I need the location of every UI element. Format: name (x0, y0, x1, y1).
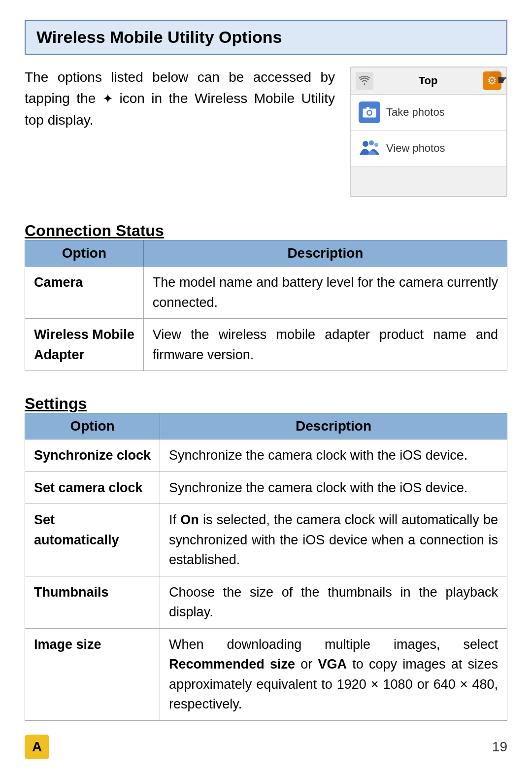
intro-section: The options listed below can be accessed… (25, 67, 507, 197)
hand-cursor-icon: ☛ (497, 72, 507, 88)
image-size-option: Image size (25, 628, 160, 720)
thumbnails-description: Choose the size of the thumbnails in the… (160, 576, 507, 628)
connection-status-title: Connection Status (25, 222, 507, 240)
settings-table: Option Description Synchronize clock Syn… (25, 413, 507, 721)
sync-clock-description: Synchronize the camera clock with the iO… (160, 439, 507, 472)
svg-point-2 (368, 111, 371, 115)
camera-description: The model name and battery level for the… (143, 267, 507, 319)
set-auto-bold: On (180, 512, 199, 527)
table-row: Camera The model name and battery level … (25, 267, 507, 319)
thumbnails-option: Thumbnails (25, 576, 160, 628)
view-photos-icon (359, 137, 380, 159)
intro-paragraph: The options listed below can be accessed… (25, 67, 335, 131)
view-photos-label: View photos (386, 142, 445, 155)
sync-clock-option: Synchronize clock (25, 439, 160, 472)
svg-rect-3 (366, 107, 369, 109)
settings-description-header: Description (160, 413, 507, 439)
phone-empty-area (351, 167, 506, 196)
svg-point-6 (374, 143, 378, 147)
set-camera-clock-description: Synchronize the camera clock with the iO… (160, 471, 507, 504)
gear-icon: ✦ (102, 91, 120, 106)
camera-option: Camera (25, 267, 144, 319)
page-number: 19 (492, 739, 507, 755)
table-row: Thumbnails Choose the size of the thumbn… (25, 576, 507, 628)
table-row: Setautomatically If On is selected, the … (25, 504, 507, 576)
phone-header-title: Top (377, 74, 479, 87)
svg-point-4 (363, 141, 368, 147)
connection-status-table: Option Description Camera The model name… (25, 240, 507, 371)
phone-settings-button[interactable]: ⚙ ☛ (483, 71, 501, 90)
image-size-bold1: Recommended size (169, 657, 295, 672)
phone-header: Top ⚙ ☛ (351, 67, 506, 95)
set-camera-clock-option: Set camera clock (25, 471, 160, 504)
connection-option-header: Option (25, 240, 144, 267)
set-automatically-option: Setautomatically (25, 504, 160, 576)
phone-mockup: Top ⚙ ☛ Take photos (350, 67, 507, 197)
page-title-box: Wireless Mobile Utility Options (25, 20, 507, 55)
table-row: Image size When downloading multiple ima… (25, 628, 507, 720)
image-size-mid: or (295, 657, 318, 672)
page-title: Wireless Mobile Utility Options (36, 28, 496, 47)
take-photos-icon (359, 101, 380, 123)
settings-title: Settings (25, 395, 507, 413)
table-row: Synchronize clock Synchronize the camera… (25, 439, 507, 472)
table-row: Set camera clock Synchronize the camera … (25, 471, 507, 504)
appendix-letter: A (32, 739, 42, 755)
image-size-prefix: When downloading multiple images, select (169, 637, 498, 652)
table-row: Wireless MobileAdapter View the wireless… (25, 319, 507, 371)
wireless-adapter-option-text: Wireless MobileAdapter (34, 327, 134, 362)
wifi-icon (356, 72, 373, 90)
set-auto-suffix: is selected, the camera clock will autom… (169, 512, 498, 567)
settings-option-header: Option (25, 413, 160, 439)
take-photos-label: Take photos (386, 106, 445, 119)
page-footer: A 19 (0, 735, 532, 759)
appendix-badge: A (25, 735, 49, 759)
view-photos-menu-item[interactable]: View photos (351, 131, 506, 167)
wireless-adapter-option: Wireless MobileAdapter (25, 319, 144, 371)
image-size-description: When downloading multiple images, select… (160, 628, 507, 720)
wireless-adapter-description: View the wireless mobile adapter product… (143, 319, 507, 371)
image-size-bold2: VGA (318, 657, 347, 672)
set-automatically-description: If On is selected, the camera clock will… (160, 504, 507, 576)
set-auto-prefix: If (169, 512, 180, 527)
take-photos-menu-item[interactable]: Take photos (351, 95, 506, 131)
svg-point-5 (369, 140, 374, 145)
connection-description-header: Description (143, 240, 507, 267)
